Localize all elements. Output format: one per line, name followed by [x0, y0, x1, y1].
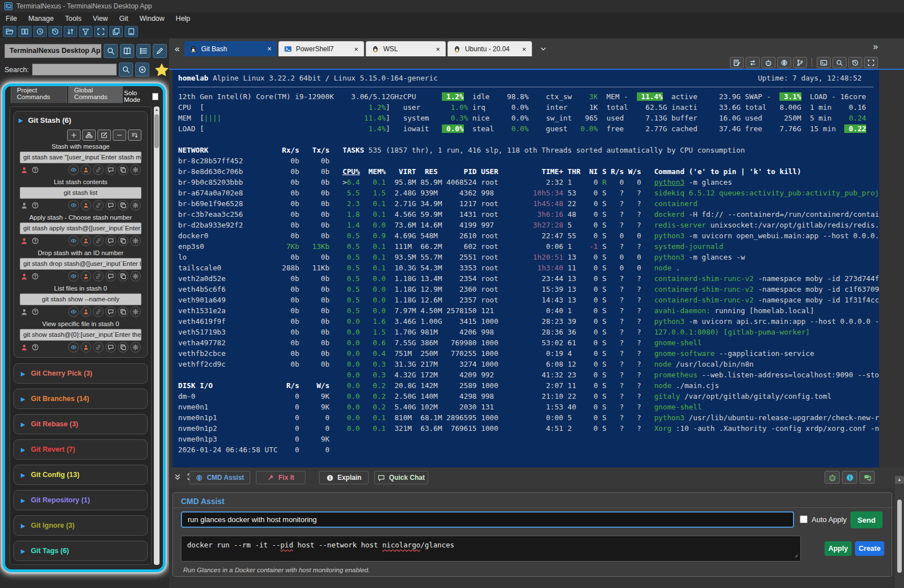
resize-grip-icon[interactable] — [793, 553, 799, 558]
category-git-config-13-[interactable]: ▶Git Config (13) — [14, 465, 148, 485]
tab-close-icon[interactable]: × — [428, 45, 440, 54]
scrollbar-thumb[interactable] — [154, 114, 159, 148]
terminal-robot-button[interactable] — [761, 57, 776, 68]
terminal-screen[interactable]: homelab Alpine Linux 3.22.2 64bit / Linu… — [172, 69, 879, 467]
action-chat-button[interactable] — [105, 271, 116, 282]
terminal-search-button[interactable] — [832, 57, 847, 68]
panel-expand-icon[interactable]: » — [873, 42, 878, 52]
chev-down-icon[interactable] — [539, 45, 547, 53]
stash-minus-button[interactable] — [113, 130, 126, 141]
list-check-button[interactable] — [136, 44, 150, 58]
send-button[interactable]: Send — [850, 511, 883, 528]
terminal-swap-button[interactable] — [746, 57, 760, 68]
category-git-ignore-3-[interactable]: ▶Git Ignore (3) — [14, 515, 148, 536]
action-person-button[interactable] — [81, 235, 91, 246]
action-gear-button[interactable] — [130, 342, 141, 353]
tab-close-icon[interactable]: × — [346, 45, 358, 54]
menu-item-view[interactable]: View — [87, 15, 114, 23]
scroll-up-icon[interactable]: ▲ — [154, 106, 159, 112]
terminal-tab-git-bash[interactable]: Git Bash× — [184, 41, 277, 56]
action-eye-button[interactable] — [68, 200, 79, 211]
search-target-button[interactable] — [135, 63, 149, 77]
cmd-assist-button[interactable]: CMD Assist — [189, 471, 250, 484]
assist-robot-button[interactable] — [825, 471, 840, 484]
action-eye-button[interactable] — [68, 271, 79, 282]
question-icon[interactable] — [32, 166, 39, 173]
toolbar-window-copy-button[interactable] — [109, 26, 123, 37]
action-link-button[interactable] — [93, 306, 104, 317]
tab-list-dropdown-icon[interactable] — [539, 45, 547, 53]
quick-chat-button[interactable]: Quick Chat — [374, 471, 428, 484]
action-eye-button[interactable] — [68, 342, 79, 353]
star-icon[interactable] — [154, 63, 169, 77]
terminal-tab-ubuntu-20-04[interactable]: Ubuntu - 20.04× — [447, 41, 532, 56]
assist-command-output[interactable]: docker run --rm -it --pid host --network… — [181, 536, 801, 562]
action-link-button[interactable] — [93, 271, 104, 282]
command-run-button[interactable]: git stash drop stash@{[user_input`Enter … — [20, 258, 141, 270]
action-gear-button[interactable] — [130, 235, 141, 246]
menu-item-git[interactable]: Git — [113, 15, 134, 23]
toolbar-device-terminal-button[interactable] — [125, 26, 138, 37]
stash-org-tree-button[interactable] — [82, 130, 96, 141]
action-person-button[interactable] — [81, 164, 91, 175]
toolbar-open-folder-button[interactable] — [3, 26, 16, 37]
action-link-button[interactable] — [93, 235, 104, 246]
apply-button[interactable]: Apply — [825, 541, 852, 556]
action-chat-button[interactable] — [105, 342, 116, 353]
question-icon[interactable] — [32, 308, 39, 315]
action-eye-button[interactable] — [68, 306, 79, 317]
question-icon[interactable] — [32, 237, 39, 244]
git-stash-header[interactable]: ▶ Git Stash (6) — [19, 116, 143, 124]
chev-double-down-icon[interactable] — [174, 473, 181, 481]
grip-icon[interactable] — [793, 553, 799, 558]
terminal-brain-button[interactable] — [777, 57, 791, 68]
scrollbar-thumb[interactable] — [897, 500, 902, 573]
action-gear-button[interactable] — [130, 200, 141, 211]
tab-close-icon[interactable]: × — [259, 44, 272, 53]
menu-item-file[interactable]: File — [0, 15, 23, 23]
terminal-git-branch-button[interactable] — [793, 57, 807, 68]
fix-it-button[interactable]: Fix It — [256, 471, 305, 484]
project-selector[interactable]: TerminalNexus Desktop App — [5, 44, 101, 58]
tab-project-commands[interactable]: Project Commands — [11, 84, 67, 103]
action-person-button[interactable] — [81, 306, 91, 317]
search-input[interactable] — [32, 64, 117, 75]
action-gear-button[interactable] — [130, 271, 141, 282]
person-icon[interactable] — [20, 166, 28, 174]
assist-prompt-input[interactable] — [181, 511, 794, 528]
auto-apply-checkbox[interactable] — [800, 515, 808, 523]
search-button[interactable] — [104, 44, 118, 58]
terminal-edit-note-button[interactable] — [730, 57, 744, 68]
command-run-button[interactable]: git stash apply stash@{[user_input`Enter… — [20, 222, 141, 234]
toolbar-history-button[interactable] — [48, 26, 62, 37]
question-icon[interactable] — [32, 273, 39, 280]
toolbar-filter-button[interactable] — [79, 26, 92, 37]
action-eye-button[interactable] — [68, 164, 79, 175]
scroll-up-icon[interactable]: ▲ — [895, 476, 904, 484]
category-git-rebase-3-[interactable]: ▶Git Rebase (3) — [14, 414, 148, 434]
favorite-star-icon[interactable] — [154, 63, 169, 77]
action-gear-button[interactable] — [130, 164, 141, 175]
category-git-cherry-pick-3-[interactable]: ▶Git Cherry Pick (3) — [14, 363, 148, 384]
action-person-button[interactable] — [81, 342, 91, 353]
toolbar-clock-button[interactable] — [33, 26, 47, 37]
action-chat-button[interactable] — [105, 306, 116, 317]
action-copy-button[interactable] — [118, 200, 128, 211]
command-run-button[interactable]: git stash show --name-only — [20, 293, 141, 305]
stash-plus-button[interactable] — [67, 130, 81, 141]
category-git-revert-7-[interactable]: ▶Git Revert (7) — [14, 439, 148, 460]
person-icon[interactable] — [20, 237, 28, 245]
category-git-repository-1-[interactable]: ▶Git Repository (1) — [14, 490, 148, 510]
toolbar-focus-mode-button[interactable] — [94, 26, 108, 37]
stash-sort-amount-button[interactable] — [128, 130, 141, 141]
app-scrollbar[interactable]: ▲ — [895, 476, 904, 588]
action-person-button[interactable] — [81, 271, 91, 282]
action-copy-button[interactable] — [118, 306, 128, 317]
action-person-button[interactable] — [81, 200, 91, 211]
person-icon[interactable] — [20, 344, 28, 351]
menu-item-window[interactable]: Window — [134, 15, 170, 23]
person-icon[interactable] — [20, 202, 28, 210]
terminal-history-button[interactable] — [848, 57, 862, 68]
question-icon[interactable] — [32, 202, 39, 209]
solo-mode-checkbox[interactable] — [152, 93, 158, 100]
